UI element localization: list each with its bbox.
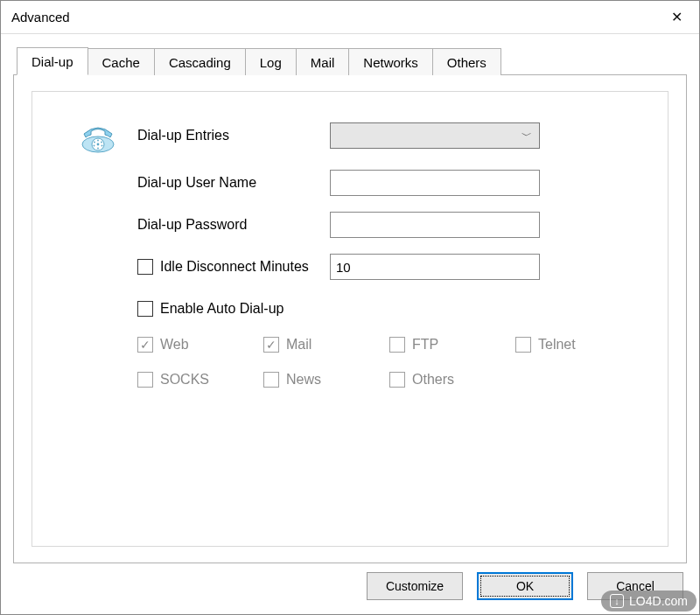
tab-mail[interactable]: Mail: [297, 48, 350, 75]
customize-button[interactable]: Customize: [367, 572, 463, 600]
socks-label: SOCKS: [160, 372, 209, 388]
close-icon: ✕: [671, 9, 682, 25]
tab-log[interactable]: Log: [246, 48, 297, 75]
others-checkbox: [389, 372, 405, 388]
protocol-ftp: FTP: [389, 337, 515, 353]
customize-button-label: Customize: [386, 579, 444, 593]
enable-auto-dialup-label: Enable Auto Dial-up: [160, 301, 284, 317]
socks-checkbox: [137, 372, 153, 388]
idle-disconnect-checkbox[interactable]: [137, 259, 153, 275]
username-input[interactable]: [330, 170, 540, 196]
protocol-others: Others: [389, 372, 515, 388]
cancel-button[interactable]: Cancel: [587, 572, 683, 600]
svg-point-7: [94, 145, 95, 147]
protocol-mail: Mail: [263, 337, 389, 353]
close-button[interactable]: ✕: [655, 3, 697, 32]
dialup-entries-combobox[interactable]: ﹀: [330, 122, 540, 149]
row-username: Dial-up User Name: [59, 169, 641, 197]
row-password: Dial-up Password: [59, 211, 641, 239]
password-label: Dial-up Password: [137, 217, 330, 233]
tab-label: Networks: [363, 55, 418, 70]
tab-dial-up[interactable]: Dial-up: [17, 47, 88, 75]
row-enable-auto: Enable Auto Dial-up: [59, 295, 641, 323]
chevron-down-icon: ﹀: [522, 129, 532, 143]
web-label: Web: [160, 337, 189, 353]
svg-point-8: [94, 142, 95, 143]
news-checkbox: [263, 372, 279, 388]
protocol-telnet: Telnet: [515, 337, 641, 353]
enable-auto-dialup-checkbox[interactable]: [137, 301, 153, 317]
ftp-label: FTP: [412, 337, 438, 353]
window-title: Advanced: [11, 10, 70, 24]
row-idle: Idle Disconnect Minutes: [59, 253, 641, 281]
others-label: Others: [412, 372, 454, 388]
phone-icon: [79, 116, 117, 155]
telnet-checkbox: [515, 337, 531, 353]
svg-point-3: [97, 140, 99, 142]
advanced-window: Advanced ✕ Dial-up Cache Cascading Log M…: [0, 0, 700, 615]
ok-button-label: OK: [516, 579, 534, 593]
titlebar: Advanced ✕: [1, 1, 699, 34]
username-label: Dial-up User Name: [137, 175, 330, 191]
tab-label: Log: [260, 55, 282, 70]
dialup-groupbox: Dial-up Entries ﹀ Dial-up User Name: [32, 91, 668, 547]
protocol-grid: Web Mail FTP Telnet: [137, 337, 641, 388]
client-area: Dial-up Cache Cascading Log Mail Network…: [1, 34, 699, 614]
svg-point-2: [97, 143, 100, 146]
tab-label: Cache: [102, 55, 140, 70]
svg-point-5: [102, 145, 103, 147]
ftp-checkbox: [389, 337, 405, 353]
news-label: News: [286, 372, 321, 388]
password-input[interactable]: [330, 212, 540, 238]
ok-button[interactable]: OK: [477, 572, 573, 600]
idle-disconnect-label: Idle Disconnect Minutes: [160, 259, 309, 275]
tabpanel-dial-up: Dial-up Entries ﹀ Dial-up User Name: [13, 74, 687, 563]
tab-others[interactable]: Others: [433, 48, 501, 75]
mail-checkbox: [263, 337, 279, 353]
tab-label: Dial-up: [32, 54, 74, 69]
phone-icon-cell: [59, 116, 137, 155]
tab-label: Others: [447, 55, 486, 70]
mail-label: Mail: [286, 337, 312, 353]
cancel-button-label: Cancel: [616, 579, 654, 593]
dialup-entries-label: Dial-up Entries: [137, 128, 330, 143]
protocol-news: News: [263, 372, 389, 388]
web-checkbox: [137, 337, 153, 353]
svg-point-6: [97, 148, 99, 150]
tab-cache[interactable]: Cache: [88, 48, 155, 75]
protocol-socks: SOCKS: [137, 372, 263, 388]
idle-minutes-input[interactable]: [330, 254, 540, 280]
tab-networks[interactable]: Networks: [349, 48, 433, 75]
button-bar: Customize OK Cancel: [13, 563, 687, 605]
tab-label: Cascading: [169, 55, 231, 70]
tab-label: Mail: [311, 55, 335, 70]
tab-cascading[interactable]: Cascading: [155, 48, 246, 75]
tabstrip: Dial-up Cache Cascading Log Mail Network…: [17, 46, 687, 74]
protocol-web: Web: [137, 337, 263, 353]
svg-point-4: [101, 142, 102, 143]
telnet-label: Telnet: [538, 337, 576, 353]
row-dialup-entries: Dial-up Entries ﹀: [59, 116, 641, 155]
